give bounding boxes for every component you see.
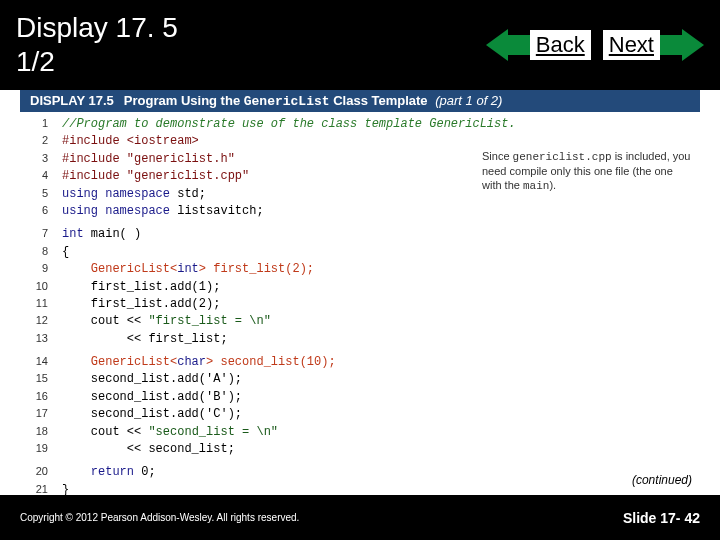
line-number: 16 (20, 389, 48, 405)
code-line: 17 second_list.add('C'); (20, 406, 700, 423)
code-line: 18 cout << "second_list = \n" (20, 424, 700, 441)
line-number: 17 (20, 406, 48, 422)
display-title-before: Program Using the (124, 93, 244, 108)
continued-label: (continued) (632, 473, 692, 487)
code-text: << first_list; (62, 331, 228, 348)
code-text: #include "genericlist.h" (62, 151, 235, 168)
side-note: Since genericlist.cpp is included, you n… (482, 150, 692, 193)
code-text: << second_list; (62, 441, 235, 458)
arrow-right-icon (682, 29, 704, 61)
footer-bar: Copyright © 2012 Pearson Addison-Wesley.… (0, 495, 720, 540)
code-line: 11 first_list.add(2); (20, 296, 700, 313)
display-label: DISPLAY 17.5 (30, 93, 114, 108)
code-text: { (62, 244, 69, 261)
line-number: 4 (20, 168, 48, 184)
code-text: //Program to demonstrate use of the clas… (62, 116, 516, 133)
line-number: 1 (20, 116, 48, 132)
line-number: 21 (20, 482, 48, 498)
line-number: 13 (20, 331, 48, 347)
note-mono1: genericlist.cpp (513, 151, 612, 163)
code-listing: Since genericlist.cpp is included, you n… (0, 112, 720, 499)
line-number: 9 (20, 261, 48, 277)
copyright-text: Copyright © 2012 Pearson Addison-Wesley.… (20, 512, 299, 523)
code-text: first_list.add(2); (62, 296, 220, 313)
line-number: 5 (20, 186, 48, 202)
line-number: 14 (20, 354, 48, 370)
code-line: 16 second_list.add('B'); (20, 389, 700, 406)
code-text: second_list.add('C'); (62, 406, 242, 423)
line-number: 2 (20, 133, 48, 149)
line-number: 15 (20, 371, 48, 387)
code-line: 7int main( ) (20, 226, 700, 243)
code-line: 8{ (20, 244, 700, 261)
line-number: 11 (20, 296, 48, 312)
arrow-left-body (508, 35, 530, 55)
content-area: DISPLAY 17.5 Program Using the GenericLi… (0, 90, 720, 495)
line-number: 10 (20, 279, 48, 295)
code-line: 2#include <iostream> (20, 133, 700, 150)
note-t1: Since (482, 150, 513, 162)
code-line: 9 GenericList<int> first_list(2); (20, 261, 700, 278)
note-mono2: main (523, 180, 549, 192)
line-number: 6 (20, 203, 48, 219)
code-line: 13 << first_list; (20, 331, 700, 348)
display-title-after: Class Template (330, 93, 428, 108)
next-label: Next (603, 30, 660, 60)
display-title-mono: GenericList (244, 94, 330, 109)
code-text: first_list.add(1); (62, 279, 220, 296)
code-text: cout << "second_list = \n" (62, 424, 278, 441)
arrow-right-body (660, 35, 682, 55)
back-label: Back (530, 30, 591, 60)
code-line: 6using namespace listsavitch; (20, 203, 700, 220)
code-text: GenericList<int> first_list(2); (62, 261, 314, 278)
code-text: GenericList<char> second_list(10); (62, 354, 336, 371)
line-number: 3 (20, 151, 48, 167)
header-bar: Display 17. 5 1/2 Back Next (0, 0, 720, 90)
title-block: Display 17. 5 1/2 (16, 11, 474, 78)
code-text: second_list.add('A'); (62, 371, 242, 388)
code-text: using namespace std; (62, 186, 206, 203)
code-text: #include <iostream> (62, 133, 199, 150)
display-strip: DISPLAY 17.5 Program Using the GenericLi… (20, 90, 700, 112)
line-number: 20 (20, 464, 48, 480)
line-number: 12 (20, 313, 48, 329)
code-line: 10 first_list.add(1); (20, 279, 700, 296)
slide-title-line2: 1/2 (16, 45, 474, 79)
code-text: using namespace listsavitch; (62, 203, 264, 220)
code-text: int main( ) (62, 226, 141, 243)
code-line: 19 << second_list; (20, 441, 700, 458)
line-number: 8 (20, 244, 48, 260)
note-t3: ). (549, 179, 556, 191)
back-button[interactable]: Back (486, 29, 591, 61)
code-text: return 0; (62, 464, 156, 481)
code-line: 21} (20, 482, 700, 499)
slide-title-line1: Display 17. 5 (16, 11, 474, 45)
code-line: 12 cout << "first_list = \n" (20, 313, 700, 330)
arrow-left-icon (486, 29, 508, 61)
code-line: 15 second_list.add('A'); (20, 371, 700, 388)
line-number: 7 (20, 226, 48, 242)
code-text: #include "genericlist.cpp" (62, 168, 249, 185)
code-line: 14 GenericList<char> second_list(10); (20, 354, 700, 371)
code-text: cout << "first_list = \n" (62, 313, 271, 330)
line-number: 18 (20, 424, 48, 440)
code-line: 1//Program to demonstrate use of the cla… (20, 116, 700, 133)
display-part: (part 1 of 2) (432, 93, 503, 108)
code-text: second_list.add('B'); (62, 389, 242, 406)
next-button[interactable]: Next (603, 29, 704, 61)
code-text: } (62, 482, 69, 499)
code-line: 20 return 0; (20, 464, 700, 481)
display-title: Program Using the GenericList Class Temp… (124, 93, 503, 109)
slide-number: Slide 17- 42 (623, 510, 700, 526)
line-number: 19 (20, 441, 48, 457)
